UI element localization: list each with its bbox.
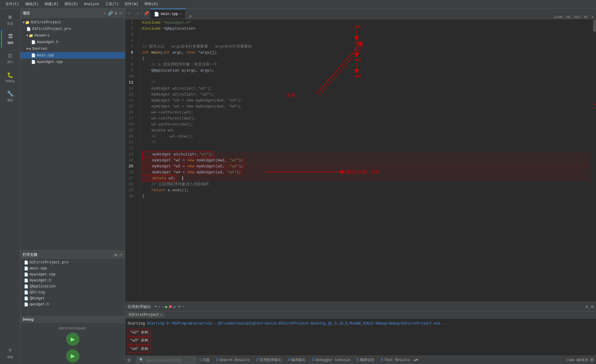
open-doc-pro[interactable]: 📄 01FirstProject.pro — [20, 260, 125, 266]
run-output-btn[interactable]: ▶ — [165, 304, 168, 309]
status-tab-compile[interactable]: 4 编译输出 — [285, 357, 308, 363]
output-tab-close[interactable]: ✕ — [160, 313, 162, 317]
tree-item-project[interactable]: ▼ 📁 01FirstProject — [20, 19, 125, 26]
activity-edit[interactable]: ☰ 编辑 — [1, 30, 19, 48]
status-tab-summary[interactable]: 6 概要信息 — [354, 357, 377, 363]
code-line-5: // 程序入口 argc命令行变量数量 argc命令行变量数组 — [142, 44, 590, 50]
next-btn[interactable]: › — [162, 304, 164, 309]
status-tab-debugger[interactable]: 5 Debugger Console — [309, 357, 353, 363]
code-line-1: #include "mywidget.h" — [142, 20, 590, 26]
output-line-3: "w3" 析构 — [128, 337, 151, 345]
activity-help[interactable]: ? 帮助 — [1, 345, 19, 363]
activity-design[interactable]: ◫ 设计 — [1, 49, 19, 67]
welcome-icon: ⊞ — [8, 14, 12, 20]
code-content[interactable]: #include "mywidget.h" #include <QApplica… — [140, 19, 592, 302]
code-line-18: w2.setParent(&w1); — [142, 122, 590, 128]
debug-icon: 🐛 — [7, 72, 13, 78]
linenum-1: 1 — [125, 20, 136, 26]
tab-main-cpp[interactable]: 📄 main.cpp ✕ — [150, 9, 186, 19]
open-docs-section: 打开文档 ⊟ ⤢ 📄 01FirstProject.pro 📄 main.cpp… — [20, 250, 125, 316]
open-doc-qwidgeth[interactable]: 📄 qwidget.h — [20, 301, 125, 307]
status-tabs: 1 问题 2 Search Results 3 应用程序输出 4 编译输出 5 — [196, 357, 418, 363]
menu-item-analyze[interactable]: Analyze — [81, 1, 102, 7]
scrollbar[interactable] — [592, 19, 596, 302]
tab-pin-button[interactable]: 📌 — [142, 8, 150, 19]
activity-edit-label: 编辑 — [7, 41, 13, 45]
code-line-23: myWidget w1(nullptr,"w1"); — [142, 151, 590, 157]
tree-item-mywidget-cpp[interactable]: 📄 mywidget.cpp — [20, 59, 125, 65]
activity-projects[interactable]: 🔧 项目 — [1, 87, 19, 105]
run-debug-button[interactable]: ▶ — [66, 349, 79, 363]
restart-btn[interactable]: ↺ — [173, 304, 176, 309]
output-area: Starting Starting D:\MyProgram\practice.… — [125, 318, 596, 356]
menu-item-controls[interactable]: 控件(W) — [122, 1, 141, 7]
tree-label-sources: Sources — [32, 47, 47, 51]
menu-item-build[interactable]: 构建(B) — [42, 1, 61, 7]
linenum-5: 5 — [125, 44, 136, 50]
menu-item-help[interactable]: 帮助(H) — [141, 1, 161, 7]
code-line-8: // a 是应用程序对象，有且仅有一个 — [142, 62, 590, 68]
menu-item-debug[interactable]: 调试(D) — [61, 1, 81, 7]
h-file-icon: 📄 — [31, 40, 36, 45]
open-doc-mywidgetcpp[interactable]: 📄 mywidget.cpp — [20, 272, 125, 277]
tree-item-main-cpp[interactable]: 📄 main.cpp — [20, 52, 125, 59]
sidebar-header: 项目 ⚡ 🔗 ⊟ ⤢ — [20, 8, 125, 18]
collapse-icon[interactable]: ⊟ — [115, 11, 117, 16]
add-btn[interactable]: + — [178, 304, 181, 310]
open-doc-qapp[interactable]: 📄 QApplication — [20, 283, 125, 289]
minus-btn[interactable]: − — [182, 304, 185, 310]
menu-item-file[interactable]: 文件(F) — [2, 1, 22, 7]
code-line-4 — [142, 38, 590, 44]
maximize-icon[interactable]: ⤢ — [119, 11, 122, 16]
linenum-17: 17 — [125, 116, 136, 122]
filter-icon[interactable]: ⚡ — [103, 11, 106, 16]
linenum-12: 12 — [125, 86, 136, 92]
doc-label-maincpp: main.cpp — [30, 266, 47, 271]
line-info: Line: 25, Col: 43 ≡ — [554, 15, 596, 19]
output-tab-project[interactable]: 01FirstProject ✕ — [126, 312, 165, 318]
search-icon: 🔍 — [139, 358, 144, 362]
tab-back-button[interactable]: ‹ — [125, 8, 134, 19]
linenum-14: 14 — [125, 98, 136, 104]
status-tab-issues[interactable]: 1 问题 — [196, 357, 213, 363]
code-line-13: myWidget w2(nullptr, "w2"); — [142, 92, 590, 98]
linenum-9: 9 — [125, 68, 136, 74]
stop-btn[interactable]: ■ — [169, 304, 172, 310]
activity-debug[interactable]: 🐛 Debug — [1, 68, 19, 86]
debug-header: Debug — [20, 316, 125, 323]
tab-cpp-icon: 📄 — [154, 12, 159, 17]
menu-item-tools[interactable]: 工具(T) — [102, 1, 122, 7]
expand-sidebar-button[interactable]: ⊟ — [128, 357, 131, 363]
tabs-dropdown-icon[interactable]: ▲▼ — [414, 358, 418, 362]
prev-btn[interactable]: ‹ — [158, 304, 161, 309]
status-tab-output[interactable]: 3 应用程序输出 — [253, 357, 284, 363]
search-input[interactable] — [146, 358, 193, 362]
status-tab-tests[interactable]: 8 Test Results — [378, 357, 413, 363]
tree-arrow-sources: ▼ — [26, 47, 28, 51]
input-icon[interactable]: ⌨ — [155, 304, 157, 309]
linenum-30: 30 — [125, 193, 136, 199]
close-panel-btn[interactable]: ⊡ — [591, 304, 594, 309]
status-tab-search[interactable]: 2 Search Results — [213, 357, 253, 363]
code-editor[interactable]: 1 2 3 4 5 6 7 8 9 10 11 12 13 14 15 16 1… — [125, 19, 596, 302]
link-icon[interactable]: 🔗 — [108, 11, 113, 16]
activity-welcome[interactable]: ⊞ 欢迎 — [1, 11, 19, 29]
collapse-panel-btn[interactable]: ∧ — [586, 304, 588, 309]
linenum-20: 20 — [125, 134, 136, 139]
open-doc-maincpp[interactable]: 📄 main.cpp — [20, 266, 125, 272]
tree-item-pro[interactable]: 📄 01FirstProject.pro — [20, 26, 125, 32]
search-box[interactable]: 🔍 — [137, 357, 196, 363]
tab-close-button[interactable]: ✕ — [180, 12, 182, 16]
open-docs-collapse-icon[interactable]: ⊟ — [115, 252, 117, 257]
tree-item-sources[interactable]: ▼ ⚙ Sources — [20, 46, 125, 52]
line-numbers: 1 2 3 4 5 6 7 8 9 10 11 12 13 14 15 16 1… — [125, 19, 140, 302]
open-docs-maximize-icon[interactable]: ⤢ — [119, 252, 122, 257]
open-doc-qwidget[interactable]: 📄 QWidget — [20, 295, 125, 301]
menu-item-edit[interactable]: 编辑(E) — [22, 1, 42, 7]
tree-item-headers[interactable]: ▼ 📁 Headers — [20, 32, 125, 39]
open-doc-mywidgeth[interactable]: 📄 mywidget.h — [20, 277, 125, 283]
tree-item-mywidget-h[interactable]: 📄 mywidget.h — [20, 39, 125, 46]
open-doc-qstring[interactable]: 📄 QString — [20, 289, 125, 295]
tab-forward-button[interactable]: › — [134, 8, 142, 19]
run-button[interactable]: ▶ — [66, 333, 79, 346]
